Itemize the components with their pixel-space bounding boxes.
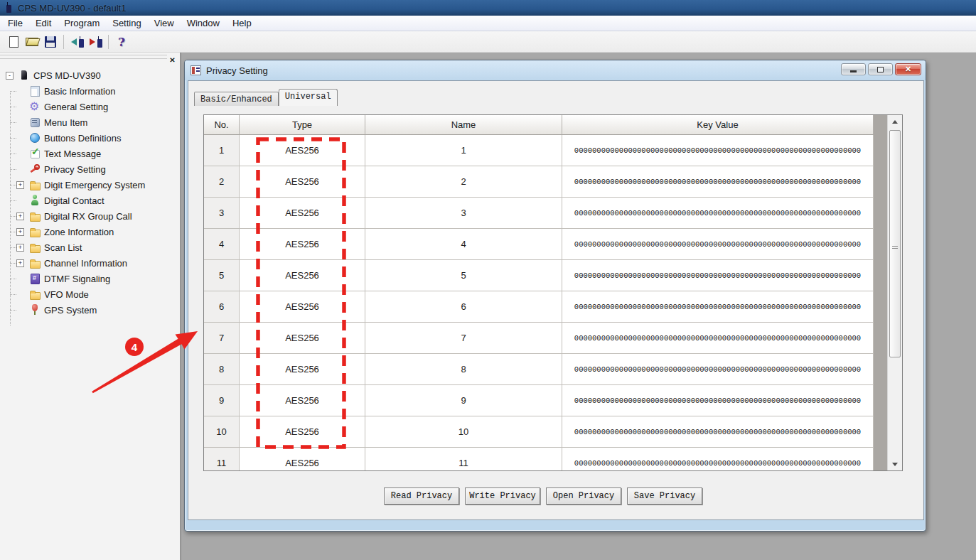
tree-item[interactable]: + Digital RX Group Call	[0, 208, 179, 224]
read-from-radio-button[interactable]	[68, 33, 86, 50]
tree-item[interactable]: Buttons Definitions	[0, 130, 179, 146]
cell-key-value[interactable]: 0000000000000000000000000000000000000000…	[574, 334, 861, 343]
table-row: 8 AES256 8 00000000000000000000000000000…	[204, 354, 874, 385]
table-gutter	[874, 115, 888, 470]
scrollbar-thumb[interactable]	[889, 130, 901, 357]
tree-item-label: Basic Information	[44, 86, 115, 97]
cell-key-value[interactable]: 0000000000000000000000000000000000000000…	[574, 209, 861, 217]
menu-item[interactable]: Window	[181, 16, 226, 30]
cell-name[interactable]: 1	[365, 135, 562, 166]
cell-type[interactable]: AES256	[240, 166, 365, 198]
new-file-button[interactable]	[4, 33, 23, 50]
cell-name[interactable]: 7	[365, 323, 562, 354]
app-window: CPS MD-UV390 - default1 FileEditProgramS…	[0, 0, 976, 560]
sidebar-header: ✕	[0, 53, 180, 67]
tree-item[interactable]: DTMF Signaling	[0, 271, 179, 286]
tree-item[interactable]: Text Message	[0, 146, 179, 161]
cell-key-value[interactable]: 0000000000000000000000000000000000000000…	[574, 303, 861, 311]
cell-name[interactable]: 10	[365, 416, 562, 448]
panel-gripper[interactable]	[0, 55, 167, 59]
tree-collapse-box[interactable]: -	[6, 72, 14, 80]
tree-item[interactable]: + Channel Information	[0, 255, 179, 271]
table-row: 5 AES256 5 00000000000000000000000000000…	[204, 260, 874, 291]
menu-item[interactable]: Edit	[29, 16, 58, 30]
maximize-button[interactable]	[868, 63, 893, 75]
minimize-button[interactable]	[841, 63, 866, 75]
tree-expand-box[interactable]: +	[16, 212, 24, 220]
cell-key-value[interactable]: 0000000000000000000000000000000000000000…	[574, 178, 861, 186]
tab-universal[interactable]: Universal	[279, 89, 338, 106]
cell-no: 6	[204, 291, 240, 323]
vertical-scrollbar[interactable]	[887, 115, 902, 470]
tree-item-label: DTMF Signaling	[44, 274, 110, 284]
open-file-button[interactable]	[23, 33, 41, 50]
tree-item[interactable]: General Setting	[0, 99, 179, 114]
cell-no: 4	[204, 229, 240, 260]
tree-root-cps-md-uv390[interactable]: - CPS MD-UV390	[0, 68, 179, 83]
menu-item[interactable]: Setting	[106, 16, 147, 30]
tree-item[interactable]: Basic Information	[0, 83, 179, 99]
privacy-key-table: No. Type Name Key Value 1 AES256 1 00000…	[203, 114, 903, 471]
cell-name[interactable]: 9	[365, 385, 562, 416]
tree-item-label: Buttons Definitions	[44, 133, 121, 144]
cell-type[interactable]: AES256	[240, 260, 365, 291]
cell-key-value[interactable]: 0000000000000000000000000000000000000000…	[574, 428, 861, 436]
cell-key-value[interactable]: 0000000000000000000000000000000000000000…	[574, 146, 861, 155]
tree-item[interactable]: GPS System	[0, 302, 179, 318]
close-button[interactable]: ✕	[895, 63, 921, 75]
cell-key-value[interactable]: 0000000000000000000000000000000000000000…	[574, 397, 861, 405]
privacy-action-button[interactable]: Save Privacy	[627, 488, 702, 505]
tree-item[interactable]: VFO Mode	[0, 286, 179, 302]
tree-item[interactable]: + Digit Emergency System	[0, 177, 179, 193]
tree-item[interactable]: + Scan List	[0, 239, 179, 255]
cell-type[interactable]: AES256	[240, 448, 365, 471]
tree-item[interactable]: Privacy Setting	[0, 161, 179, 177]
cell-type[interactable]: AES256	[240, 229, 365, 260]
cell-name[interactable]: 8	[365, 354, 562, 385]
cell-name[interactable]: 6	[365, 291, 562, 323]
menu-item[interactable]: File	[1, 16, 29, 30]
privacy-action-button[interactable]: Write Privacy	[465, 488, 540, 505]
menu-item[interactable]: View	[148, 16, 181, 30]
scroll-up-icon[interactable]	[888, 115, 902, 128]
menu-item[interactable]: Program	[58, 16, 106, 30]
panel-close-icon[interactable]: ✕	[168, 55, 177, 65]
cell-type[interactable]: AES256	[240, 354, 365, 385]
cell-key-value[interactable]: 0000000000000000000000000000000000000000…	[574, 459, 861, 468]
cell-name[interactable]: 4	[365, 229, 562, 260]
tree-view: - CPS MD-UV390 Basic Information General…	[0, 68, 179, 560]
tree-item[interactable]: Menu Item	[0, 114, 179, 130]
cell-name[interactable]: 2	[365, 166, 562, 198]
cell-key-value[interactable]: 0000000000000000000000000000000000000000…	[574, 365, 861, 374]
help-button[interactable]: ?	[112, 33, 131, 50]
save-button[interactable]	[41, 33, 60, 50]
tree-expand-box[interactable]: +	[16, 259, 24, 267]
table-row: 4 AES256 4 00000000000000000000000000000…	[204, 229, 874, 260]
cell-key-value[interactable]: 0000000000000000000000000000000000000000…	[574, 240, 861, 249]
tree-expand-box[interactable]: +	[16, 228, 24, 236]
cell-type[interactable]: AES256	[240, 385, 365, 416]
cell-type[interactable]: AES256	[240, 198, 365, 229]
tree-item[interactable]: Digital Contact	[0, 193, 179, 208]
privacy-action-button[interactable]: Read Privacy	[384, 488, 459, 505]
cell-key-value[interactable]: 0000000000000000000000000000000000000000…	[574, 271, 861, 280]
cell-type[interactable]: AES256	[240, 135, 365, 166]
cell-type[interactable]: AES256	[240, 416, 365, 448]
cell-type[interactable]: AES256	[240, 323, 365, 354]
tree-expand-box[interactable]: +	[16, 181, 24, 189]
cell-name[interactable]: 3	[365, 198, 562, 229]
menu-item[interactable]: Help	[226, 16, 258, 30]
privacy-action-button[interactable]: Open Privacy	[546, 488, 621, 505]
write-to-radio-button[interactable]	[86, 33, 104, 50]
tree-item-icon	[29, 148, 41, 159]
cell-name[interactable]: 5	[365, 260, 562, 291]
tab-basic-enhanced[interactable]: Basic/Enhanced	[194, 92, 279, 106]
cell-name[interactable]: 11	[365, 448, 562, 471]
tree-expand-box[interactable]: +	[16, 244, 24, 252]
tree-item-label: Scan List	[44, 242, 82, 253]
dialog-titlebar[interactable]: Privacy Setting ✕	[185, 60, 926, 80]
tree-item[interactable]: + Zone Information	[0, 224, 179, 239]
scroll-down-icon[interactable]	[888, 458, 902, 470]
cell-type[interactable]: AES256	[240, 291, 365, 323]
tree-item-label: Text Message	[44, 149, 101, 159]
